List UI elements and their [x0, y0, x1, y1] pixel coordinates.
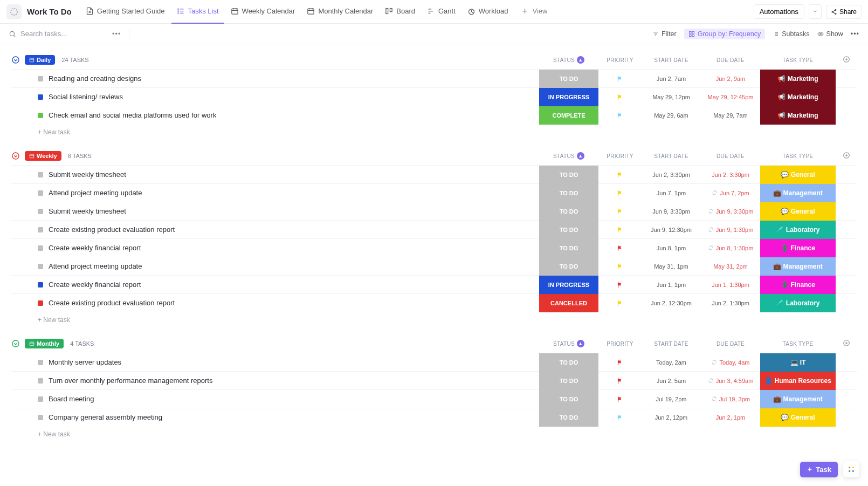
- col-header-type[interactable]: TASK TYPE: [760, 153, 836, 159]
- share-button[interactable]: Share: [826, 5, 862, 19]
- start-date-cell[interactable]: Jun 9, 3:30pm: [642, 208, 701, 215]
- status-square-icon[interactable]: [38, 190, 43, 196]
- status-square-icon[interactable]: [38, 300, 43, 306]
- due-date-cell[interactable]: Jul 19, 3pm: [701, 396, 760, 402]
- col-header-priority[interactable]: PRIORITY: [598, 341, 642, 347]
- priority-cell[interactable]: [598, 112, 642, 119]
- task-type-cell[interactable]: 💼 Management: [760, 390, 836, 408]
- task-name[interactable]: Create existing product evaluation repor…: [49, 299, 175, 307]
- status-cell[interactable]: TO DO: [539, 372, 598, 390]
- priority-cell[interactable]: [598, 377, 642, 385]
- task-name[interactable]: Check email and social media platforms u…: [49, 111, 216, 119]
- status-cell[interactable]: TO DO: [539, 390, 598, 408]
- col-header-status[interactable]: STATUS ▲: [539, 340, 598, 347]
- status-cell[interactable]: TO DO: [539, 221, 598, 239]
- start-date-cell[interactable]: Jun 2, 7am: [642, 76, 701, 82]
- task-type-cell[interactable]: 💼 Management: [760, 257, 836, 276]
- task-name[interactable]: Submit weekly timesheet: [49, 170, 126, 179]
- status-square-icon[interactable]: [38, 264, 43, 269]
- task-name[interactable]: Create weekly financial report: [49, 280, 141, 289]
- status-cell[interactable]: IN PROGRESS: [539, 88, 598, 106]
- tab-monthly-calendar[interactable]: Monthly Calendar: [301, 0, 378, 24]
- start-date-cell[interactable]: Jul 19, 2pm: [642, 396, 701, 402]
- start-date-cell[interactable]: Jun 2, 3:30pm: [642, 172, 701, 178]
- task-row[interactable]: Turn over monthly performance management…: [11, 371, 857, 389]
- task-row[interactable]: Check email and social media platforms u…: [11, 106, 857, 124]
- tab-gantt[interactable]: Gantt: [422, 0, 461, 24]
- start-date-cell[interactable]: Today, 2am: [642, 359, 701, 366]
- tab-board[interactable]: Board: [380, 0, 421, 24]
- start-date-cell[interactable]: Jun 2, 5am: [642, 378, 701, 384]
- new-task-fab[interactable]: Task: [800, 462, 838, 477]
- task-type-cell[interactable]: 📢 Marketing: [760, 88, 836, 106]
- status-square-icon[interactable]: [38, 360, 43, 365]
- col-header-start[interactable]: START DATE: [642, 57, 701, 63]
- priority-cell[interactable]: [598, 208, 642, 215]
- start-date-cell[interactable]: May 29, 6am: [642, 112, 701, 119]
- tab-workload[interactable]: Workload: [462, 0, 514, 24]
- status-square-icon[interactable]: [38, 378, 43, 384]
- task-row[interactable]: Submit weekly timesheetTO DOJun 2, 3:30p…: [11, 165, 857, 183]
- task-row[interactable]: Reading and creating designsTO DOJun 2, …: [11, 69, 857, 87]
- task-type-cell[interactable]: 💲 Finance: [760, 276, 836, 294]
- due-date-cell[interactable]: May 31, 2pm: [701, 263, 760, 270]
- status-square-icon[interactable]: [38, 113, 43, 118]
- task-type-cell[interactable]: 🧪 Laboratory: [760, 294, 836, 312]
- priority-cell[interactable]: [598, 359, 642, 366]
- priority-cell[interactable]: [598, 299, 642, 307]
- due-date-cell[interactable]: May 29, 7am: [701, 112, 760, 119]
- status-cell[interactable]: TO DO: [539, 184, 598, 202]
- new-task-button[interactable]: + New task: [11, 426, 857, 442]
- due-date-cell[interactable]: Jun 9, 1:30pm: [701, 227, 760, 233]
- col-header-due[interactable]: DUE DATE: [701, 57, 760, 63]
- group-badge[interactable]: Daily: [25, 55, 55, 65]
- priority-cell[interactable]: [598, 263, 642, 270]
- priority-cell[interactable]: [598, 75, 642, 83]
- task-name[interactable]: Social listening/ reviews: [49, 93, 123, 101]
- toolbar-more-icon[interactable]: •••: [112, 30, 121, 38]
- priority-cell[interactable]: [598, 281, 642, 289]
- group-badge[interactable]: Monthly: [25, 339, 64, 348]
- status-square-icon[interactable]: [38, 94, 43, 100]
- priority-cell[interactable]: [598, 414, 642, 421]
- task-type-cell[interactable]: 💬 General: [760, 408, 836, 427]
- status-square-icon[interactable]: [38, 282, 43, 288]
- task-row[interactable]: Company general assembly meetingTO DOJun…: [11, 408, 857, 426]
- status-square-icon[interactable]: [38, 227, 43, 232]
- due-date-cell[interactable]: Jun 2, 9am: [701, 76, 760, 82]
- col-header-due[interactable]: DUE DATE: [701, 341, 760, 347]
- task-row[interactable]: Submit weekly timesheetTO DOJun 9, 3:30p…: [11, 202, 857, 220]
- col-header-due[interactable]: DUE DATE: [701, 153, 760, 159]
- task-row[interactable]: Social listening/ reviewsIN PROGRESSMay …: [11, 87, 857, 106]
- due-date-cell[interactable]: Jun 7, 2pm: [701, 190, 760, 196]
- task-type-cell[interactable]: 📢 Marketing: [760, 106, 836, 125]
- due-date-cell[interactable]: Jun 2, 1pm: [701, 414, 760, 421]
- status-cell[interactable]: TO DO: [539, 166, 598, 184]
- task-name[interactable]: Create existing product evaluation repor…: [49, 225, 175, 234]
- start-date-cell[interactable]: May 29, 12pm: [642, 94, 701, 100]
- status-square-icon[interactable]: [38, 209, 43, 214]
- status-cell[interactable]: TO DO: [539, 70, 598, 88]
- priority-cell[interactable]: [598, 395, 642, 403]
- due-date-cell[interactable]: Jun 1, 1:30pm: [701, 282, 760, 288]
- toolbar-overflow-icon[interactable]: •••: [851, 30, 859, 38]
- group-badge[interactable]: Weekly: [25, 151, 61, 161]
- task-name[interactable]: Company general assembly meeting: [49, 413, 162, 421]
- task-row[interactable]: Monthly server updatesTO DOToday, 2amTod…: [11, 353, 857, 371]
- automations-button[interactable]: Automations: [754, 4, 804, 19]
- task-type-cell[interactable]: 👤 Human Resources: [760, 372, 836, 390]
- status-square-icon[interactable]: [38, 396, 43, 402]
- start-date-cell[interactable]: Jun 1, 1pm: [642, 282, 701, 288]
- status-cell[interactable]: IN PROGRESS: [539, 276, 598, 294]
- status-square-icon[interactable]: [38, 245, 43, 251]
- due-date-cell[interactable]: May 29, 12:45pm: [701, 94, 760, 100]
- subtasks-button[interactable]: Subtasks: [773, 30, 809, 38]
- task-type-cell[interactable]: 💻 IT: [760, 353, 836, 372]
- status-cell[interactable]: TO DO: [539, 202, 598, 221]
- priority-cell[interactable]: [598, 171, 642, 179]
- col-header-type[interactable]: TASK TYPE: [760, 341, 836, 347]
- task-row[interactable]: Board meetingTO DOJul 19, 2pmJul 19, 3pm…: [11, 389, 857, 408]
- task-type-cell[interactable]: 💼 Management: [760, 184, 836, 202]
- task-name[interactable]: Board meeting: [49, 395, 94, 403]
- new-task-button[interactable]: + New task: [11, 312, 857, 328]
